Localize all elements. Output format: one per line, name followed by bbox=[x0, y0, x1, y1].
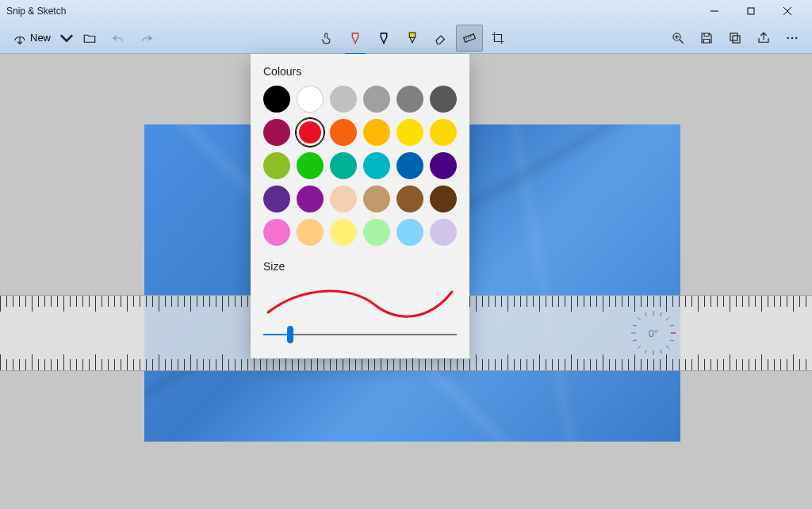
colour-swatch[interactable] bbox=[396, 186, 423, 212]
pen-red-icon bbox=[348, 31, 362, 45]
new-snip-button[interactable]: New bbox=[6, 25, 57, 52]
colour-swatch[interactable] bbox=[263, 152, 290, 179]
stroke-curve-icon bbox=[263, 281, 457, 322]
colours-heading: Colours bbox=[263, 65, 457, 78]
colour-swatch[interactable] bbox=[263, 219, 290, 246]
zoom-icon bbox=[671, 31, 685, 45]
zoom-button[interactable] bbox=[665, 25, 691, 52]
ruler-ticks-bottom bbox=[0, 359, 812, 370]
colour-swatch[interactable] bbox=[297, 219, 324, 246]
colour-swatch[interactable] bbox=[396, 119, 423, 146]
colour-swatch[interactable] bbox=[430, 86, 457, 113]
slider-thumb[interactable] bbox=[287, 326, 293, 343]
colour-swatch[interactable] bbox=[396, 219, 423, 246]
toolbar-center bbox=[160, 25, 665, 52]
svg-rect-14 bbox=[733, 36, 740, 43]
svg-line-27 bbox=[661, 312, 661, 316]
colour-swatch[interactable] bbox=[330, 186, 357, 212]
svg-line-29 bbox=[661, 350, 661, 354]
svg-line-31 bbox=[633, 340, 637, 341]
colour-swatch[interactable] bbox=[396, 152, 423, 179]
colour-swatch[interactable] bbox=[430, 119, 457, 146]
share-icon bbox=[756, 31, 771, 45]
colour-swatch[interactable] bbox=[297, 152, 324, 179]
eraser-icon bbox=[434, 31, 448, 45]
undo-icon bbox=[111, 31, 125, 45]
crop-button[interactable] bbox=[485, 25, 511, 52]
svg-point-16 bbox=[791, 36, 793, 38]
colour-swatch[interactable] bbox=[330, 86, 357, 113]
folder-icon bbox=[82, 31, 97, 45]
svg-line-23 bbox=[666, 317, 669, 320]
colour-swatch[interactable] bbox=[430, 186, 457, 212]
colour-swatch[interactable] bbox=[330, 219, 357, 246]
colour-swatch[interactable] bbox=[297, 119, 324, 146]
svg-rect-1 bbox=[748, 8, 754, 14]
colour-swatch[interactable] bbox=[363, 219, 390, 246]
titlebar: Snip & Sketch bbox=[0, 0, 812, 22]
svg-line-32 bbox=[670, 325, 674, 326]
chevron-down-icon bbox=[59, 31, 74, 45]
colour-swatch[interactable] bbox=[363, 186, 390, 212]
save-button[interactable] bbox=[693, 25, 720, 52]
slider-filled bbox=[263, 334, 290, 335]
colour-swatch[interactable] bbox=[363, 119, 390, 146]
ballpoint-pen-button[interactable] bbox=[342, 25, 369, 52]
pencil-button[interactable] bbox=[370, 25, 397, 52]
colour-swatch[interactable] bbox=[430, 152, 457, 179]
svg-line-33 bbox=[670, 340, 674, 341]
svg-point-15 bbox=[787, 36, 789, 38]
colour-swatch[interactable] bbox=[330, 119, 357, 146]
copy-button[interactable] bbox=[722, 25, 749, 52]
toolbar: New bbox=[0, 22, 812, 54]
colour-swatch[interactable] bbox=[430, 219, 457, 246]
ruler-icon bbox=[462, 31, 477, 45]
copy-icon bbox=[728, 31, 742, 45]
toolbar-left: New bbox=[6, 25, 160, 52]
more-icon bbox=[785, 31, 799, 45]
svg-line-24 bbox=[638, 346, 641, 349]
colour-swatch[interactable] bbox=[263, 186, 290, 212]
svg-line-7 bbox=[469, 36, 469, 38]
maximize-button[interactable] bbox=[733, 0, 769, 22]
size-heading: Size bbox=[263, 260, 457, 273]
toolbar-right bbox=[665, 25, 806, 52]
more-button[interactable] bbox=[779, 25, 806, 52]
colour-swatch[interactable] bbox=[330, 152, 357, 179]
app-title: Snip & Sketch bbox=[6, 6, 696, 17]
colour-swatch[interactable] bbox=[396, 86, 423, 113]
close-button[interactable] bbox=[769, 0, 806, 22]
redo-button[interactable] bbox=[133, 25, 160, 52]
ruler-angle-dial[interactable]: 0° bbox=[630, 309, 677, 357]
minimize-button[interactable] bbox=[696, 0, 733, 22]
pen-black-icon bbox=[377, 31, 391, 45]
size-slider[interactable] bbox=[263, 325, 457, 344]
svg-line-28 bbox=[645, 350, 646, 354]
canvas-area: 0° Colours Size bbox=[0, 54, 812, 509]
window-controls bbox=[696, 0, 806, 22]
touch-writing-button[interactable] bbox=[313, 25, 340, 52]
undo-button[interactable] bbox=[105, 25, 132, 52]
colour-swatch[interactable] bbox=[263, 119, 290, 146]
colour-swatch[interactable] bbox=[297, 86, 324, 113]
svg-line-25 bbox=[666, 346, 669, 349]
new-snip-dropdown[interactable] bbox=[59, 25, 75, 52]
pen-options-popup: Colours Size bbox=[251, 54, 469, 358]
ruler-button[interactable] bbox=[456, 25, 483, 52]
eraser-button[interactable] bbox=[427, 25, 454, 52]
redo-icon bbox=[140, 31, 154, 45]
save-icon bbox=[699, 31, 714, 45]
svg-point-17 bbox=[795, 36, 797, 38]
colour-swatch[interactable] bbox=[263, 86, 290, 113]
highlighter-icon bbox=[405, 31, 419, 45]
share-button[interactable] bbox=[750, 25, 777, 52]
svg-rect-4 bbox=[409, 33, 416, 37]
open-file-button[interactable] bbox=[76, 25, 103, 52]
highlighter-button[interactable] bbox=[399, 25, 426, 52]
colour-swatch[interactable] bbox=[363, 152, 390, 179]
svg-line-6 bbox=[466, 37, 467, 39]
svg-rect-13 bbox=[730, 33, 737, 40]
new-label: New bbox=[30, 32, 51, 44]
colour-swatch[interactable] bbox=[363, 86, 390, 113]
colour-swatch[interactable] bbox=[297, 186, 324, 212]
